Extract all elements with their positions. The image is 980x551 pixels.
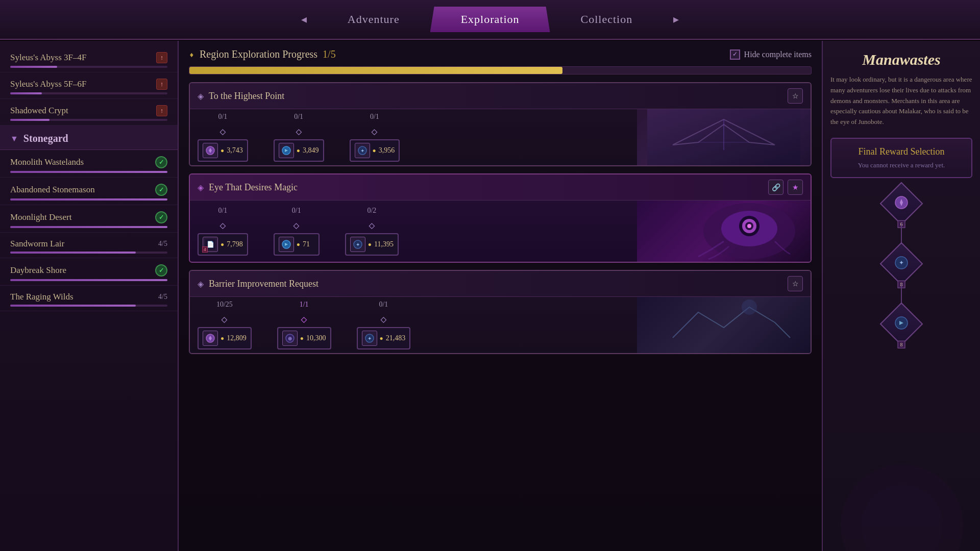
progress-fill	[189, 67, 562, 74]
reward-node-3[interactable]: 8	[886, 309, 917, 339]
check-icon: ✓	[155, 264, 167, 277]
sidebar-item-syleus-3f4f[interactable]: Syleus's Abyss 3F–4F !	[0, 46, 178, 72]
top-navigation: ◂ Adventure Exploration Collection ▸	[0, 0, 980, 40]
check-icon: ✓	[155, 156, 167, 168]
quest-icons: ☆	[788, 88, 803, 104]
svg-point-15	[747, 224, 751, 228]
star-button[interactable]: ☆	[788, 88, 803, 104]
panel-art	[823, 398, 980, 551]
reward-item: ✦ ● 11,395	[345, 233, 399, 256]
hide-complete-toggle[interactable]: ✓ Hide complete items	[730, 49, 812, 60]
region-description: It may look ordinary, but it is a danger…	[830, 74, 972, 128]
sidebar-section-stonegard[interactable]: ▼ Stonegard	[0, 126, 178, 150]
sidebar-item-monolith[interactable]: Monolith Wastelands ✓	[0, 150, 178, 178]
arrow-up-icon: ⬦	[368, 217, 376, 232]
reward-item: ● 12,809	[198, 327, 252, 349]
reward-icon: ✦	[350, 237, 365, 252]
quest-rewards: 10/25 ⬦ ● 12,809 1/1 ⬦	[190, 297, 811, 353]
nav-arrow-right[interactable]: ▸	[663, 13, 689, 26]
svg-text:⊕: ⊕	[288, 336, 292, 341]
quest-header: ◈ To the Highest Point ☆	[190, 83, 811, 109]
sidebar-badge: !	[156, 52, 167, 63]
main-progress-bar	[189, 66, 812, 74]
sidebar-progress-bar	[10, 92, 167, 94]
right-panel: Manawastes It may look ordinary, but it …	[822, 41, 980, 551]
sidebar-item-shadowed-crypt[interactable]: Shadowed Crypt !	[0, 99, 178, 126]
sidebar-item-daybreak-shore[interactable]: Daybreak Shore ✓	[0, 258, 178, 286]
checkbox-icon: ✓	[730, 49, 740, 60]
reward-icon: ✦	[355, 143, 370, 158]
reward-icon: 📄 4	[203, 237, 218, 252]
sidebar-progress-bar	[10, 66, 167, 68]
reward-group-3: 0/1 ⬦ ✦ ● 3,956	[350, 113, 400, 162]
svg-text:✦: ✦	[360, 148, 364, 154]
progress-header: ⬧ Region Exploration Progress 1/5 ✓ Hide…	[189, 48, 812, 60]
sidebar-item-moonlight-desert[interactable]: Moonlight Desert ✓	[0, 205, 178, 233]
reward-item: ✦ ● 3,956	[350, 139, 400, 162]
svg-text:📄: 📄	[207, 240, 214, 248]
arrow-up-icon: ⬦	[295, 123, 303, 138]
quest-art	[637, 201, 811, 262]
sidebar-progress-bar	[10, 252, 167, 254]
sidebar-progress-bar	[10, 171, 167, 173]
quest-icons: 🔗 ★	[768, 180, 803, 195]
reward-group-3: 0/2 ⬦ ✦ ● 11,395	[345, 207, 399, 256]
reward-item: ⊕ ● 10,300	[277, 327, 331, 349]
sidebar-progress-bar	[10, 279, 167, 281]
chain-button[interactable]: 🔗	[768, 180, 783, 195]
svg-text:✦: ✦	[899, 259, 904, 266]
main-layout: Syleus's Abyss 3F–4F ! Syleus's Abyss 5F…	[0, 41, 980, 551]
reward-icon: ⊕	[282, 331, 298, 346]
check-icon: ✓	[155, 184, 167, 196]
arrow-up-icon: ⬦	[300, 311, 308, 325]
progress-title: ⬧ Region Exploration Progress 1/5	[189, 48, 336, 60]
tab-adventure[interactable]: Adventure	[317, 7, 430, 32]
quest-art	[637, 297, 811, 353]
chevron-down-icon: ▼	[10, 134, 18, 143]
quest-title-row: ◈ Eye That Desires Magic	[198, 182, 298, 193]
reward-icon: ✦	[362, 331, 377, 346]
quest-card-to-highest-point: ◈ To the Highest Point ☆ 0/1 ⬦	[189, 82, 812, 166]
content-area: ⬧ Region Exploration Progress 1/5 ✓ Hide…	[179, 41, 822, 551]
arrow-up-icon: ⬦	[370, 123, 379, 138]
sidebar-progress-bar	[10, 305, 167, 307]
sidebar-score: 4/5	[158, 240, 167, 248]
reward-group-1: 0/1 ⬦ ● 3,743	[198, 113, 248, 162]
final-reward-title: Final Reward Selection	[839, 146, 964, 157]
tab-collection[interactable]: Collection	[550, 7, 664, 32]
diamond-icon: ◈	[198, 91, 204, 101]
reward-node-2[interactable]: ✦ 8	[886, 248, 917, 279]
sidebar-progress-bar	[10, 226, 167, 228]
reward-node-1[interactable]: 6	[886, 188, 917, 219]
star-button[interactable]: ★	[788, 180, 803, 195]
sidebar-item-raging-wilds[interactable]: The Raging Wilds 4/5	[0, 286, 178, 311]
sidebar: Syleus's Abyss 3F–4F ! Syleus's Abyss 5F…	[0, 41, 179, 551]
diamond-icon: ⬧	[189, 49, 194, 60]
reward-group-2: 0/1 ⬦ ● 3,849	[274, 113, 324, 162]
region-title: Manawastes	[862, 51, 940, 68]
svg-point-21	[742, 299, 757, 315]
star-button[interactable]: ☆	[788, 276, 803, 291]
reward-nodes-layout: 6 ✦ 8	[881, 188, 922, 331]
check-icon: ✓	[155, 211, 167, 223]
reward-icon	[203, 331, 218, 346]
sidebar-progress-bar	[10, 198, 167, 201]
quest-card-eye-magic: ◈ Eye That Desires Magic 🔗 ★ 0/1 ⬦ 📄	[189, 173, 812, 263]
reward-group-1: 10/25 ⬦ ● 12,809	[198, 300, 252, 349]
quest-art	[637, 109, 811, 165]
arrow-up-icon: ⬦	[292, 217, 301, 232]
reward-group-1: 0/1 ⬦ 📄 4 ● 7,798	[198, 207, 248, 256]
tab-exploration[interactable]: Exploration	[430, 7, 550, 32]
reward-icon	[279, 143, 294, 158]
reward-item: ✦ ● 21,483	[357, 327, 411, 349]
section-title: Stonegard	[23, 133, 68, 144]
svg-text:✦: ✦	[368, 336, 372, 341]
svg-text:✦: ✦	[356, 242, 360, 247]
quest-rewards: 0/1 ⬦ 📄 4 ● 7,798 0/1 ⬦	[190, 201, 811, 262]
sidebar-item-abandoned-stonemason[interactable]: Abandoned Stonemason ✓	[0, 178, 178, 205]
sidebar-item-sandworm-lair[interactable]: Sandworm Lair 4/5	[0, 233, 178, 258]
sidebar-badge: !	[156, 105, 167, 116]
sidebar-badge: !	[156, 79, 167, 90]
sidebar-item-syleus-5f6f[interactable]: Syleus's Abyss 5F–6F !	[0, 72, 178, 99]
nav-arrow-left[interactable]: ◂	[291, 13, 317, 26]
